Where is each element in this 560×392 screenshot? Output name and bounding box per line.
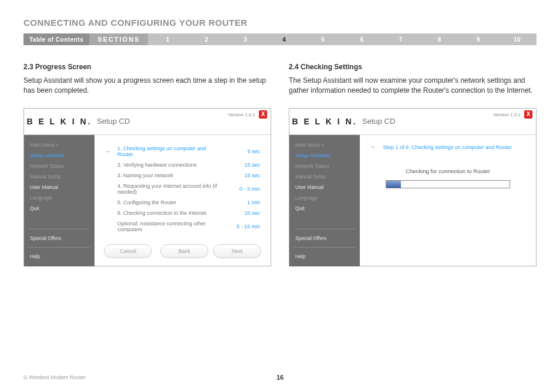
page-number: 16 [276,374,284,381]
close-icon[interactable]: X [524,110,532,119]
sidebar-manual-setup[interactable]: Manual Setup [30,174,89,180]
nav-toc[interactable]: Table of Contents [23,33,89,45]
main-panel-checking: → Step 1 of 6: Checking settings on comp… [360,135,536,266]
sidebar-setup-assistant[interactable]: Setup Assistant [30,153,89,158]
step-row-optional: Optional: Assistance connecting other co… [104,218,261,235]
step-row-6: 6. Checking connection to the Internet10… [104,208,261,218]
nav-item-2[interactable]: 2 [187,36,226,43]
nav-items: 1 2 3 4 5 6 7 8 9 10 [148,33,537,45]
sidebar-special-offers[interactable]: Special Offers [30,235,89,241]
left-heading: 2.3 Progress Screen [23,63,271,71]
arrow-icon: → [369,143,376,150]
sections-navbar: Table of Contents SECTIONS 1 2 3 4 5 6 7… [23,33,537,45]
sidebar-help[interactable]: Help [295,254,354,259]
step-row-2: 2. Verifying hardware connections15 sec [104,160,261,170]
right-column: 2.4 Checking Settings The Setup Assistan… [289,63,537,266]
step-row-3: 3. Naming your network15 sec [104,170,261,181]
belkin-logo: B E L K I N. [24,117,95,126]
sidebar-network-status[interactable]: Network Status [30,163,89,169]
screenshot-checking: B E L K I N. Setup CD Version 1.0.1 X Ma… [289,108,537,266]
sidebar-main-menu[interactable]: Main Menu » [30,142,89,148]
version-label: Version 1.0.1 [493,112,521,117]
nav-item-10[interactable]: 10 [498,36,537,43]
nav-item-4[interactable]: 4 [265,36,303,43]
sidebar-quit[interactable]: Quit [295,205,354,211]
back-button[interactable]: Back [160,244,208,258]
main-panel-progress: → 1. Checking settings on computer and R… [95,135,271,266]
close-icon[interactable]: X [259,110,267,119]
nav-item-1[interactable]: 1 [148,36,187,43]
cancel-button[interactable]: Cancel [104,244,152,258]
sidebar-language[interactable]: Language [30,195,89,201]
left-column: 2.3 Progress Screen Setup Assistant will… [23,63,271,266]
page-footer: G Wireless Modem Router 16 [23,374,537,380]
setup-cd-label: Setup CD [97,117,130,126]
belkin-logo: B E L K I N. [289,117,360,126]
next-button[interactable]: Next [213,244,261,258]
progress-bar [386,180,510,188]
page-title: CONNECTING AND CONFIGURING YOUR ROUTER [23,18,537,28]
sidebar: Main Menu » Setup Assistant Network Stat… [24,135,95,266]
nav-item-5[interactable]: 5 [303,36,342,43]
nav-item-9[interactable]: 9 [459,36,498,43]
sidebar-user-manual[interactable]: User Manual [30,184,89,190]
sidebar-special-offers[interactable]: Special Offers [295,235,354,241]
nav-item-3[interactable]: 3 [226,36,265,43]
arrow-icon: → [105,148,112,155]
screenshot-progress: B E L K I N. Setup CD Version 1.0.1 X Ma… [23,108,271,266]
sidebar-language[interactable]: Language [295,195,354,201]
step-row-4: 4. Requesting your Internet account info… [104,181,261,197]
nav-item-7[interactable]: 7 [381,36,420,43]
progress-fill [386,181,401,188]
step-row-5: 5. Configuring the Router1 min [104,197,261,208]
sidebar-help[interactable]: Help [30,254,89,259]
sidebar-user-manual[interactable]: User Manual [295,184,354,190]
right-text: The Setup Assistant will now examine you… [289,76,537,96]
sidebar-manual-setup[interactable]: Manual Setup [295,174,354,180]
nav-sections-label: SECTIONS [89,33,148,45]
sidebar: Main Menu » Setup Assistant Network Stat… [289,135,360,266]
checking-line: Checking for connection to Router [369,168,527,174]
sidebar-setup-assistant[interactable]: Setup Assistant [295,153,354,158]
nav-item-8[interactable]: 8 [420,36,459,43]
version-label: Version 1.0.1 [228,112,255,117]
sidebar-quit[interactable]: Quit [30,205,89,211]
steps-table: → 1. Checking settings on computer and R… [104,143,261,235]
nav-item-6[interactable]: 6 [342,36,381,43]
footer-product: G Wireless Modem Router [23,374,86,380]
step-row-1: → 1. Checking settings on computer and R… [104,143,261,160]
right-heading: 2.4 Checking Settings [289,63,537,71]
sidebar-main-menu[interactable]: Main Menu » [295,142,354,148]
step-line: Step 1 of 6: Checking settings on comput… [383,144,512,150]
left-text: Setup Assistant will show you a progress… [23,76,271,96]
sidebar-network-status[interactable]: Network Status [295,163,354,169]
setup-cd-label: Setup CD [362,117,395,126]
